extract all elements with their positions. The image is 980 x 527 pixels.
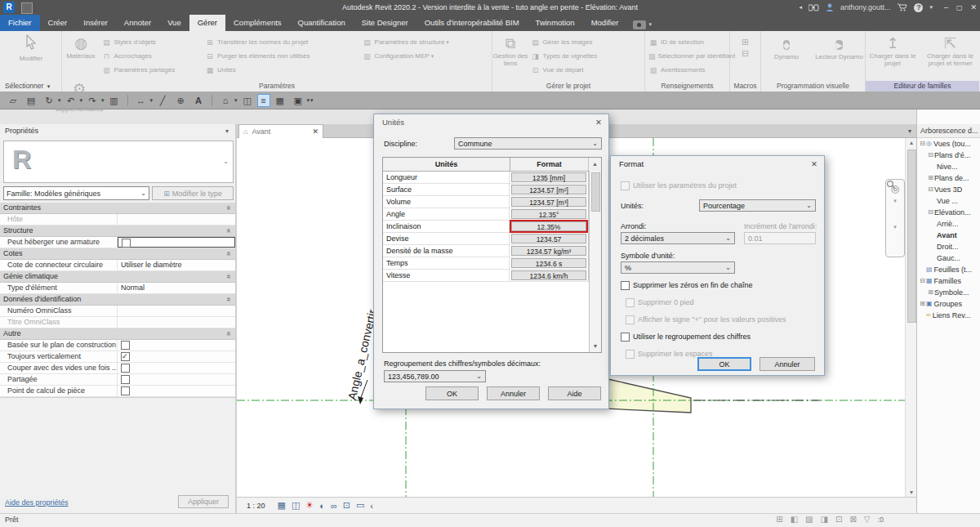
maximize-button[interactable]: ▢	[956, 4, 963, 11]
section-autre[interactable]: Autre«	[0, 328, 235, 340]
section-donnees-identification[interactable]: Données d'identification«	[0, 294, 235, 306]
reference-point-icon[interactable]: ⊕	[172, 94, 189, 107]
sync-icon[interactable]: ↻	[41, 94, 57, 107]
type-selector[interactable]: R ⌄	[3, 141, 234, 183]
collapse-icon[interactable]: «	[223, 332, 234, 336]
units-button[interactable]: ▦Unités	[205, 63, 360, 77]
print-icon[interactable]: ▥	[106, 94, 122, 107]
collapse-node-icon[interactable]: ⊟	[919, 138, 926, 150]
save-icon[interactable]: ▤	[23, 94, 39, 107]
record-toolbar[interactable]: ▾	[633, 18, 652, 31]
thin-lines-icon[interactable]: ≡	[257, 94, 270, 107]
properties-help-link[interactable]: Aide des propriétés	[5, 498, 69, 507]
panel-label-selectionner[interactable]: Sélectionner ▾	[0, 81, 61, 92]
properties-menu-icon[interactable]: ▾	[225, 124, 229, 138]
checkbox-suppress-zero-feet[interactable]	[626, 298, 635, 307]
switch-windows-icon[interactable]: ▦	[272, 94, 288, 107]
property-value[interactable]	[118, 363, 235, 373]
unit-symbol-dropdown[interactable]: %⌄	[621, 261, 735, 274]
type-selector-caret-icon[interactable]: ⌄	[223, 158, 229, 165]
checkbox-point-calcul[interactable]	[121, 386, 130, 395]
collapse-icon[interactable]: «	[223, 206, 234, 210]
tab-creer[interactable]: Créer	[40, 15, 76, 31]
collapse-icon[interactable]: «	[223, 297, 234, 301]
family-selector-dropdown[interactable]: Famille: Modèles génériques ⌄	[3, 186, 149, 200]
undo-caret-icon[interactable]: ▾	[80, 97, 83, 104]
panel-label-editeur-de-familles[interactable]: Editeur de familles	[866, 81, 979, 92]
property-value[interactable]	[118, 340, 235, 351]
panel-label-parametres[interactable]: Paramètres	[62, 81, 492, 92]
press-drag-icon[interactable]: ◧	[791, 515, 798, 524]
tab-site-designer[interactable]: Site Designer	[354, 15, 416, 31]
tree-item-feuilles[interactable]: ▤Feuilles (t...	[917, 264, 980, 275]
transfer-standards-button[interactable]: ⊞Transférer les normes du projet	[205, 35, 360, 49]
format-button-surface[interactable]: 1234.57 [m²]	[511, 185, 586, 194]
cancel-button[interactable]: Annuler	[760, 357, 815, 371]
macro-security-icon[interactable]: ⊟	[730, 47, 760, 59]
structural-settings-button[interactable]: ▤Paramètres de structure▾	[363, 35, 462, 49]
help-caret-icon[interactable]: ▾	[929, 4, 933, 11]
selection-id-button[interactable]: ▦ID de sélection	[648, 35, 730, 49]
worksets-icon[interactable]: ⊞	[776, 515, 782, 524]
object-styles-button[interactable]: ▤Styles d'objets	[102, 35, 203, 49]
detail-level-icon[interactable]: ▦	[278, 500, 286, 511]
format-button-temps[interactable]: 1234.6 s	[511, 258, 586, 268]
collapse-node-icon[interactable]: ⊟	[919, 275, 926, 287]
text-icon[interactable]: A	[190, 94, 207, 107]
expand-node-icon[interactable]: ⊞	[927, 172, 934, 184]
3d-caret-icon[interactable]: ▾	[234, 97, 238, 104]
tree-item-familles[interactable]: ⊟▦Familles	[917, 275, 980, 287]
property-value[interactable]	[118, 237, 235, 248]
tree-item-elevations[interactable]: ⊟Elévation...	[917, 207, 980, 218]
help-icon[interactable]: ?	[914, 3, 923, 12]
collapse-viewbar-icon[interactable]: ‹	[370, 501, 373, 511]
load-into-project-button[interactable]: ↥ Charger dans le projet	[866, 34, 920, 67]
manage-links-button[interactable]: ⧉ Gestion des liens	[492, 34, 528, 67]
tree-item-plans-plafond[interactable]: ⊞Plans de...	[917, 172, 980, 184]
apply-button[interactable]: Appliquer	[178, 495, 229, 508]
format-button-volume[interactable]: 1234.57 [m³]	[511, 197, 586, 207]
default-3d-view-icon[interactable]: ⌂	[217, 94, 234, 107]
tab-overflow-icon[interactable]: ▾	[908, 127, 911, 135]
checkbox-show-plus-sign[interactable]	[626, 315, 635, 324]
navbar-caret-icon[interactable]: ▾	[886, 224, 904, 232]
macro-manager-icon[interactable]: ⊞	[730, 36, 760, 47]
cart-icon[interactable]	[897, 3, 907, 11]
tree-item-vues[interactable]: ⊟◎Vues (tou...	[917, 138, 980, 150]
search-icon[interactable]	[808, 3, 819, 11]
view-tab-avant[interactable]: ⌂ Avant ✕	[238, 124, 323, 138]
chevron-left-icon[interactable]: ◂	[800, 4, 803, 11]
view-scale[interactable]: 1 : 20	[247, 502, 265, 510]
user-interface-icon[interactable]: ▣	[290, 94, 306, 107]
tab-interop-bim[interactable]: Outils d'interopérabilité BIM	[416, 15, 528, 31]
close-icon[interactable]: ✕	[595, 114, 602, 131]
manage-images-button[interactable]: ▤Gérer les images	[531, 35, 637, 49]
section-cotes[interactable]: Cotes«	[0, 248, 235, 260]
checkbox-armature[interactable]	[122, 239, 131, 248]
decal-types-button[interactable]: ◨Types de vignettes	[531, 49, 637, 63]
sun-path-icon[interactable]: ☀	[305, 500, 314, 511]
tab-inserer[interactable]: Insérer	[75, 15, 116, 31]
tree-item-vue[interactable]: Vue ...	[917, 195, 980, 207]
section-icon[interactable]: ◫	[239, 94, 256, 107]
measure-caret-icon[interactable]: ▾	[150, 97, 154, 104]
digit-grouping-dropdown[interactable]: 123,456,789.00⌄	[384, 370, 486, 382]
tree-item-vues-3d[interactable]: ⊟Vues 3D	[917, 184, 980, 195]
crop-region-icon[interactable]: ⊡	[343, 500, 350, 511]
scroll-up-icon[interactable]: ▲	[588, 158, 601, 171]
zoom-icon[interactable]	[886, 206, 904, 224]
scrollbar-thumb[interactable]	[907, 150, 916, 323]
undo-icon[interactable]: ↶	[63, 94, 79, 107]
format-button-angle[interactable]: 12.35°	[511, 209, 586, 219]
section-genie-climatique[interactable]: Génie climatique«	[0, 271, 235, 283]
discipline-dropdown[interactable]: Commune⌄	[454, 137, 602, 150]
property-value[interactable]	[118, 306, 235, 316]
open-icon[interactable]: ▱	[5, 94, 21, 107]
format-button-devise[interactable]: 1234.57	[511, 234, 586, 243]
dynamo-player-button[interactable]: ▶ Lecteur Dynamo	[814, 34, 865, 60]
scroll-down-icon[interactable]: ▼	[589, 341, 601, 352]
collapse-icon[interactable]: «	[223, 275, 234, 279]
tab-fichier[interactable]: Fichier	[0, 15, 40, 31]
property-value[interactable]: Utiliser le diamètre	[118, 260, 235, 270]
warnings-button[interactable]: ▨Avertissements	[648, 63, 730, 77]
